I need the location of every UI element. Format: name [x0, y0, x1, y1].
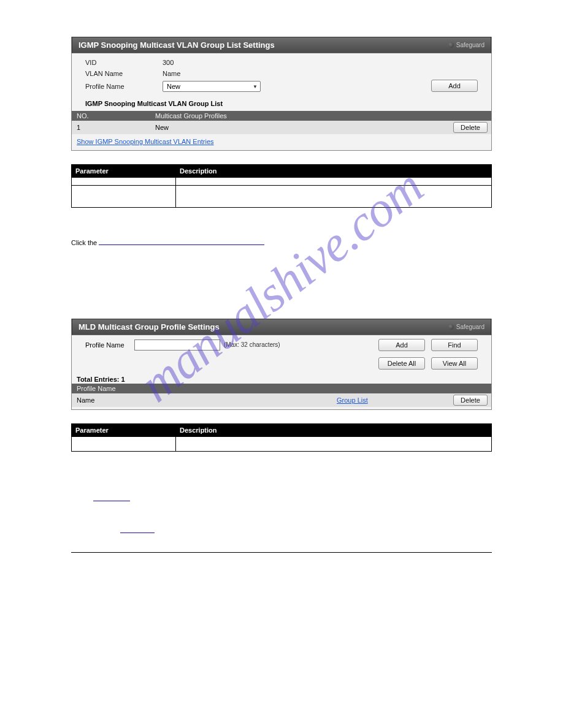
mld-panel-title: MLD Multicast Group Profile Settings — [79, 322, 220, 332]
desc-cell — [176, 178, 492, 186]
safeguard-label: Safeguard — [456, 42, 484, 48]
parameter-table-2: Parameter Description — [71, 423, 492, 452]
profile-name-input[interactable] — [134, 339, 220, 351]
group-list-link[interactable]: Group List — [337, 396, 368, 404]
table-row — [72, 436, 492, 451]
desc-col-header: Description — [176, 423, 492, 436]
input-hint: (Max: 32 characters) — [224, 341, 280, 348]
igmp-panel-header: IGMP Snooping Multicast VLAN Group List … — [72, 37, 491, 53]
table-row: Name Group List Delete — [72, 393, 491, 407]
vid-label: VID — [85, 59, 163, 66]
table-row — [72, 186, 492, 208]
safeguard-badge: Safeguard — [448, 324, 484, 330]
igmp-panel-title: IGMP Snooping Multicast VLAN Group List … — [79, 40, 275, 50]
group-list-heading: IGMP Snooping Multicast VLAN Group List — [85, 100, 478, 107]
col-mgp: Multicast Group Profiles — [151, 111, 437, 121]
vlan-name-label: VLAN Name — [85, 70, 163, 77]
mld-panel-header: MLD Multicast Group Profile Settings Saf… — [72, 319, 491, 335]
vid-value: 300 — [163, 59, 174, 66]
link-text[interactable] — [93, 501, 130, 501]
safeguard-badge: Safeguard — [448, 42, 484, 48]
view-all-button[interactable]: View All — [431, 357, 478, 370]
igmp-panel: IGMP Snooping Multicast VLAN Group List … — [71, 37, 492, 151]
param-col-header: Parameter — [72, 165, 176, 178]
parameter-table-1: Parameter Description — [71, 164, 492, 208]
profile-name-label: Profile Name — [85, 83, 163, 90]
add-button[interactable]: Add — [378, 339, 425, 351]
col-no: NO. — [72, 111, 151, 121]
row-profile-name: Name — [72, 393, 333, 407]
total-entries: Total Entries: 1 — [72, 373, 491, 384]
desc-col-header: Description — [176, 165, 492, 178]
profile-table: Profile Name Name Group List Delete — [72, 384, 491, 407]
col-profile-name: Profile Name — [72, 384, 333, 393]
table-row — [72, 178, 492, 186]
body-text: Click the — [71, 239, 99, 246]
link-text[interactable] — [99, 245, 264, 245]
param-cell — [72, 436, 176, 451]
link-text[interactable] — [120, 533, 155, 533]
page-divider — [71, 552, 492, 553]
desc-cell — [176, 436, 492, 451]
shield-icon — [448, 42, 454, 48]
show-entries-link[interactable]: Show IGMP Snooping Multicast VLAN Entrie… — [77, 138, 214, 145]
shield-icon — [448, 324, 454, 330]
param-cell — [72, 178, 176, 186]
param-cell — [72, 186, 176, 208]
desc-cell — [176, 186, 492, 208]
profile-name-select[interactable]: New ▼ — [163, 81, 261, 92]
mld-panel: MLD Multicast Group Profile Settings Saf… — [71, 319, 492, 410]
param-col-header: Parameter — [72, 423, 176, 436]
chevron-down-icon: ▼ — [253, 84, 258, 89]
row-mgp: New — [151, 121, 437, 134]
add-button[interactable]: Add — [431, 80, 478, 92]
delete-button[interactable]: Delete — [453, 395, 488, 406]
safeguard-label: Safeguard — [456, 324, 484, 330]
delete-all-button[interactable]: Delete All — [378, 357, 425, 370]
delete-button[interactable]: Delete — [453, 122, 488, 133]
profile-name-label: Profile Name — [85, 341, 134, 349]
table-row: 1 New Delete — [72, 121, 491, 134]
group-list-table: NO. Multicast Group Profiles 1 New Delet… — [72, 111, 491, 134]
profile-name-select-value: New — [167, 83, 180, 90]
row-no: 1 — [72, 121, 151, 134]
vlan-name-value: Name — [163, 70, 180, 77]
find-button[interactable]: Find — [431, 339, 478, 351]
